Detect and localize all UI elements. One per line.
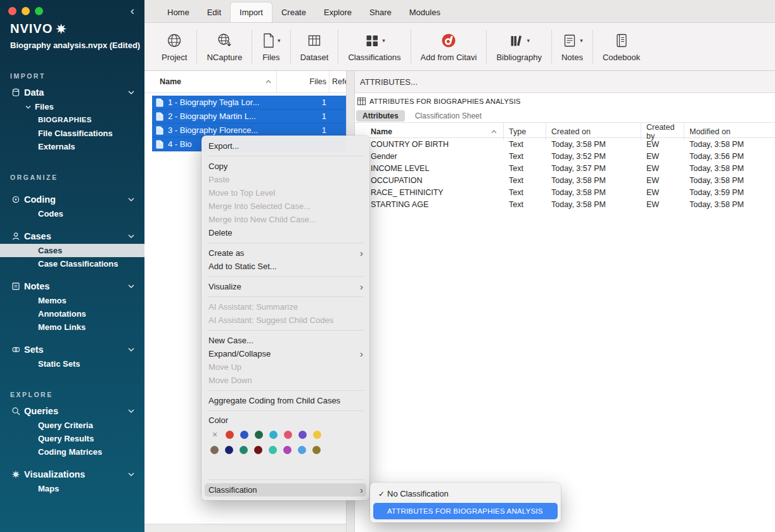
menu-item-expand-collapse[interactable]: Expand/Collapse› [202, 347, 369, 360]
column-header-modified-on[interactable]: Modified on [684, 123, 775, 141]
menu-item-create-as[interactable]: Create as› [202, 246, 369, 260]
sidebar-group-queries[interactable]: Queries [0, 403, 144, 419]
column-header-files[interactable]: Files [277, 71, 330, 92]
sidebar-collapse-icon[interactable]: ‹ [131, 4, 134, 18]
color-swatch[interactable] [269, 446, 277, 454]
color-swatch[interactable] [284, 431, 292, 439]
color-swatch[interactable] [255, 431, 263, 439]
sidebar-item-file-classifications[interactable]: File Classifications [0, 127, 144, 140]
menu-item-classification[interactable]: Classification› [205, 483, 366, 497]
column-header-type[interactable]: Type [504, 123, 546, 141]
tab-modules[interactable]: Modules [400, 3, 449, 22]
attribute-row-5[interactable]: RACE_ ETHINICITY Text Today, 3:58 PM EW … [355, 186, 775, 198]
project-button[interactable]: Project [152, 27, 196, 67]
sidebar-item-memo-links[interactable]: Memo Links [0, 320, 144, 334]
color-swatch[interactable] [298, 431, 307, 439]
color-swatch[interactable] [226, 431, 234, 439]
dataset-button[interactable]: Dataset [291, 27, 338, 67]
tab-attributes[interactable]: Attributes [356, 110, 405, 122]
color-swatch[interactable] [240, 431, 248, 439]
case-row-2[interactable]: 2 - Biography Martin L... 1 [152, 110, 346, 124]
menu-item-aggregate-coding[interactable]: Aggregate Coding from Child Cases [202, 394, 369, 407]
sidebar-item-biographies[interactable]: BIOGRAPHIES [0, 113, 144, 127]
attribute-name: RACE_ ETHINICITY [355, 188, 504, 197]
attribute-row-1[interactable]: COUNTRY OF BIRTH Text Today, 3:58 PM EW … [355, 138, 775, 150]
check-icon: ✓ [378, 490, 387, 498]
sidebar-group-notes[interactable]: Notes [0, 279, 144, 294]
add-from-citavi-button[interactable]: Add from Citavi [411, 27, 487, 67]
sidebar-item-externals[interactable]: Externals [0, 140, 144, 153]
detail-pane-tab[interactable]: ATTRIBUTES... [355, 71, 775, 93]
menu-item-copy[interactable]: Copy [202, 160, 369, 173]
tab-explore[interactable]: Explore [315, 3, 361, 22]
bibliography-button[interactable]: ▾ Bibliography [487, 27, 551, 67]
tab-import[interactable]: Import [230, 2, 272, 22]
sidebar-group-sets[interactable]: Sets [0, 342, 144, 357]
menu-item-add-to-static-set[interactable]: Add to Static Set... [202, 260, 369, 273]
file-icon [262, 32, 276, 49]
sidebar-item-annotations[interactable]: Annotations [0, 307, 144, 320]
codebook-button[interactable]: Codebook [593, 27, 650, 67]
sidebar-group-visualizations[interactable]: Visualizations [0, 467, 144, 482]
attribute-modified-on: Today, 3:58 PM [684, 164, 775, 173]
list-scrollbar-track[interactable] [144, 524, 346, 532]
attribute-name: STARTING AGE [355, 200, 504, 209]
sidebar-item-cases[interactable]: Cases [0, 244, 144, 257]
sidebar-group-data[interactable]: Data [0, 85, 144, 100]
sidebar-item-query-criteria[interactable]: Query Criteria [0, 419, 144, 432]
color-swatch[interactable] [283, 446, 291, 454]
attribute-name: INCOME LEVEL [355, 164, 504, 173]
attribute-row-6[interactable]: STARTING AGE Text Today, 3:58 PM EW Toda… [355, 198, 775, 210]
no-color-swatch[interactable]: × [210, 431, 219, 439]
column-header-created-by[interactable]: Created by [641, 123, 684, 141]
sidebar-item-query-results[interactable]: Query Results [0, 432, 144, 445]
column-header-name[interactable]: Name [355, 123, 504, 141]
files-button[interactable]: ▾ Files [252, 27, 290, 67]
color-swatch[interactable] [298, 446, 306, 454]
column-header-created-on[interactable]: Created on [546, 123, 641, 141]
sidebar-group-coding[interactable]: Coding [0, 192, 144, 207]
case-row-1[interactable]: 1 - Biography Tegla Lor... 1 [152, 96, 346, 110]
zoom-button[interactable] [35, 7, 43, 15]
notes-button[interactable]: ▾ Notes [552, 27, 592, 67]
notes-ribbon-icon [561, 32, 578, 49]
sidebar-item-maps[interactable]: Maps [0, 482, 144, 495]
sidebar-item-files[interactable]: Files [0, 100, 144, 113]
color-swatch[interactable] [210, 446, 219, 454]
color-swatch[interactable] [312, 446, 321, 454]
submenu-item-no-classification[interactable]: ✓ No Classification [373, 486, 558, 502]
menu-item-export[interactable]: Export... [202, 139, 369, 153]
classifications-button[interactable]: ▾ Classifications [338, 27, 410, 67]
sidebar-item-coding-matrices[interactable]: Coding Matrices [0, 445, 144, 459]
tab-edit[interactable]: Edit [198, 3, 230, 22]
context-menu: Export... Copy Paste Move to Top Level M… [202, 136, 369, 500]
ncapture-button[interactable]: NCapture [197, 27, 252, 67]
color-swatch[interactable] [240, 446, 248, 454]
sidebar-item-case-classifications[interactable]: Case Classifications [0, 257, 144, 270]
attribute-row-2[interactable]: Gender Text Today, 3:52 PM EW Today, 3:5… [355, 150, 775, 162]
menu-item-new-case[interactable]: New Case... [202, 334, 369, 347]
color-swatch[interactable] [269, 431, 278, 439]
column-header-name[interactable]: Name [144, 71, 277, 92]
tab-share[interactable]: Share [361, 3, 400, 22]
color-swatch[interactable] [225, 446, 233, 454]
attribute-row-4[interactable]: OCCUPATION Text Today, 3:58 PM EW Today,… [355, 174, 775, 186]
menu-item-visualize[interactable]: Visualize› [202, 280, 369, 293]
submenu-item-attributes-for-biographies[interactable]: ATTRIBUTES FOR BIOGRAPHIES ANALYSIS [373, 503, 558, 519]
sidebar-item-codes[interactable]: Codes [0, 207, 144, 220]
tab-home[interactable]: Home [158, 3, 198, 22]
attribute-created-by: EW [641, 200, 684, 209]
close-button[interactable] [8, 7, 16, 15]
menu-item-delete[interactable]: Delete [202, 226, 369, 239]
color-swatch[interactable] [313, 431, 321, 439]
column-header-references[interactable]: Refe [330, 71, 346, 92]
attribute-row-3[interactable]: INCOME LEVEL Text Today, 3:57 PM EW Toda… [355, 162, 775, 174]
minimize-button[interactable] [22, 7, 30, 15]
sidebar-group-cases[interactable]: Cases [0, 229, 144, 244]
sidebar-item-static-sets[interactable]: Static Sets [0, 357, 144, 370]
tab-create[interactable]: Create [272, 3, 315, 22]
color-swatch[interactable] [254, 446, 262, 454]
tab-classification-sheet[interactable]: Classification Sheet [409, 110, 488, 122]
sidebar: ‹ NVIVO Biography analysis.nvpx (Edited)… [0, 0, 144, 532]
sidebar-item-memos[interactable]: Memos [0, 294, 144, 307]
